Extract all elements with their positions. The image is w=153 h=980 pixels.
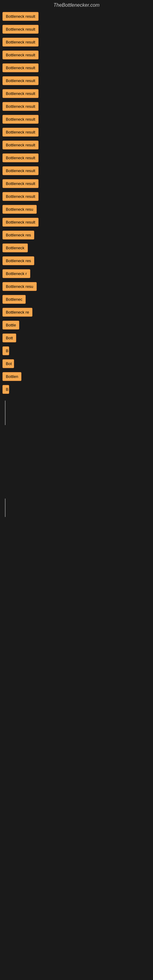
bottleneck-result-badge: Bottleneck result — [2, 140, 38, 150]
site-title: TheBottlenecker.com — [0, 0, 153, 10]
list-item: Bottleneck res — [0, 229, 153, 241]
bottleneck-result-badge: B — [2, 346, 9, 355]
bottleneck-result-badge: B — [2, 385, 9, 394]
bottleneck-result-badge: Bottleneck result — [2, 192, 38, 201]
vertical-line-1 — [5, 401, 5, 425]
list-item: Bottle — [0, 319, 153, 331]
list-item: Bottleneck result — [0, 216, 153, 228]
list-item: Bottleneck result — [0, 165, 153, 177]
bottleneck-result-badge: Bot — [2, 359, 14, 368]
bottleneck-result-badge: Bottleneck result — [2, 179, 38, 188]
list-item: Bottleneck result — [0, 75, 153, 86]
bottleneck-result-badge: Bottleneck re — [2, 308, 32, 317]
bottleneck-result-badge: Bottleneck result — [2, 128, 38, 137]
bottleneck-result-badge: Bottleneck resu — [2, 282, 37, 291]
bottleneck-result-badge: Bottleneck res — [2, 231, 34, 240]
bottleneck-result-badge: Bottleneck result — [2, 218, 38, 227]
bottleneck-result-badge: Bottlenec — [2, 295, 26, 304]
bottleneck-result-badge: Bottleneck result — [2, 115, 38, 124]
list-item: Bottleneck result — [0, 178, 153, 189]
list-item: Bottlen — [0, 371, 153, 382]
bottleneck-result-badge: Bottleneck result — [2, 25, 38, 34]
bottleneck-result-badge: Bottleneck result — [2, 166, 38, 175]
bottleneck-result-badge: Bottle — [2, 321, 19, 329]
bottleneck-result-badge: Bottleneck result — [2, 153, 38, 162]
list-item: Bottleneck r — [0, 268, 153, 279]
bottleneck-result-badge: Bottleneck result — [2, 51, 38, 59]
bottleneck-result-badge: Bottleneck result — [2, 12, 38, 21]
list-item: Bottleneck result — [0, 139, 153, 151]
bottleneck-result-badge: Bott — [2, 334, 16, 342]
list-item: B — [0, 383, 153, 395]
bottleneck-result-badge: Bottleneck resu — [2, 205, 37, 214]
vertical-line-2 — [5, 499, 5, 517]
list-item: Bottleneck result — [0, 49, 153, 60]
list-item: Bottleneck result — [0, 88, 153, 99]
bottleneck-result-badge: Bottleneck result — [2, 102, 38, 111]
list-item: Bottleneck result — [0, 113, 153, 125]
list-item: Bottleneck re — [0, 306, 153, 318]
list-item: Bottleneck resu — [0, 204, 153, 215]
bottleneck-result-badge: Bottleneck — [2, 243, 28, 252]
bottleneck-result-badge: Bottleneck r — [2, 269, 30, 278]
list-item: Bott — [0, 332, 153, 344]
list-item: B — [0, 345, 153, 356]
list-item: Bottleneck result — [0, 126, 153, 138]
list-item: Bottleneck result — [0, 100, 153, 112]
list-item: Bottleneck result — [0, 62, 153, 73]
list-item: Bottleneck res — [0, 255, 153, 266]
list-item: Bottleneck resu — [0, 280, 153, 292]
list-item: Bottleneck result — [0, 10, 153, 22]
bottleneck-result-badge: Bottleneck result — [2, 76, 38, 85]
list-item: Bottleneck result — [0, 23, 153, 35]
list-item: Bottleneck result — [0, 191, 153, 202]
list-item: Bottleneck result — [0, 36, 153, 48]
bottleneck-result-badge: Bottleneck res — [2, 256, 34, 265]
list-item: Bottleneck — [0, 242, 153, 254]
bottleneck-result-badge: Bottlen — [2, 372, 21, 381]
bottleneck-result-badge: Bottleneck result — [2, 89, 38, 98]
bottleneck-result-badge: Bottleneck result — [2, 64, 38, 72]
bottleneck-result-badge: Bottleneck result — [2, 38, 38, 46]
list-item: Bot — [0, 358, 153, 369]
list-item: Bottleneck result — [0, 152, 153, 164]
list-item: Bottlenec — [0, 293, 153, 305]
